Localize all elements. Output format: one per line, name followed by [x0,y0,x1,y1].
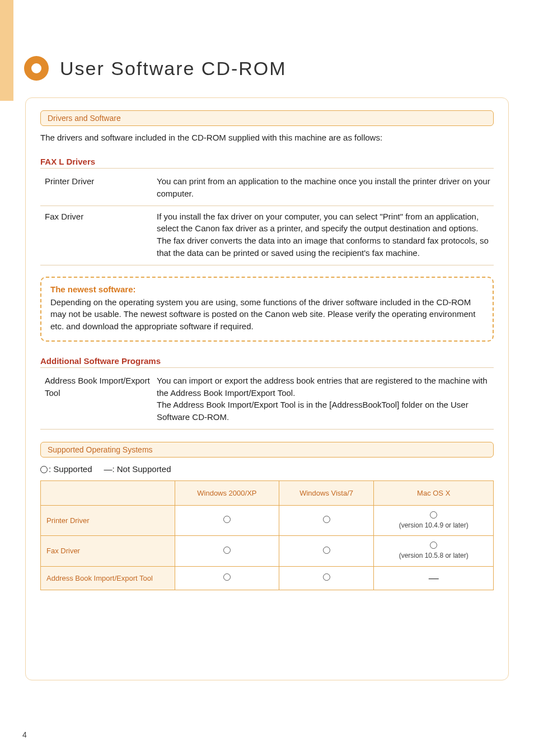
os-cell [279,536,374,566]
driver-row: Fax Driver If you install the fax driver… [40,206,494,265]
page-title-row: User Software CD-ROM [24,56,509,81]
driver-desc: You can print from an application to the… [157,175,494,200]
table-row: Fax Driver(version 10.5.8 or later) [41,536,494,566]
not-supported-dash: — [429,572,439,584]
os-section-label: Supported Operating Systems [40,442,494,458]
os-cell [175,566,279,590]
os-col-header: Windows 2000/XP [175,480,279,505]
support-legend: : Supported —: Not Supported [40,464,494,474]
additional-desc: You can import or export the address boo… [157,375,494,423]
side-accent-bar [0,0,13,101]
legend-supported: : Supported [49,464,92,474]
os-cell [279,505,374,535]
supported-with-note: (version 10.4.9 or later) [377,511,490,530]
notice-title: The newest software: [50,284,484,294]
page-number: 4 [22,730,27,739]
driver-name: Fax Driver [45,211,157,259]
driver-desc: If you install the fax driver on your co… [157,211,494,259]
drivers-section-label: Drivers and Software [40,110,494,126]
circle-icon [40,466,48,473]
os-cell [279,566,374,590]
os-col-blank [41,480,175,505]
os-col-header: Windows Vista/7 [279,480,374,505]
os-row-label: Fax Driver [41,536,175,566]
supported-circle-icon [223,573,231,581]
content-box: Drivers and Software The drivers and sof… [25,97,509,680]
driver-name: Printer Driver [45,175,157,200]
os-cell: (version 10.5.8 or later) [374,536,494,566]
additional-heading: Additional Software Programs [40,356,494,368]
supported-with-note: (version 10.5.8 or later) [377,542,490,560]
version-note: (version 10.5.8 or later) [377,552,490,561]
page-title: User Software CD-ROM [60,58,287,80]
bullet-icon [24,56,49,81]
version-note: (version 10.4.9 or later) [377,521,490,530]
table-row: Printer Driver(version 10.4.9 or later) [41,505,494,535]
supported-circle-icon [430,542,437,549]
driver-row: Printer Driver You can print from an app… [40,171,494,206]
additional-desc-line1: You can import or export the address boo… [157,375,494,399]
additional-desc-line2: The Address Book Import/Export Tool is i… [157,399,494,423]
intro-text: The drivers and software included in the… [40,133,494,142]
os-cell [175,505,279,535]
supported-circle-icon [430,511,437,519]
os-cell: (version 10.4.9 or later) [374,505,494,535]
supported-circle-icon [223,547,231,554]
newest-software-notice: The newest software: Depending on the op… [40,277,494,342]
page-content: User Software CD-ROM Drivers and Softwar… [0,0,534,680]
os-row-label: Printer Driver [41,505,175,535]
fax-l-heading: FAX L Drivers [40,157,494,169]
table-row: Address Book Import/Export Tool— [41,566,494,590]
supported-circle-icon [323,516,330,523]
os-row-label: Address Book Import/Export Tool [41,566,175,590]
supported-circle-icon [323,547,330,554]
os-col-header: Mac OS X [374,480,494,505]
os-support-table: Windows 2000/XP Windows Vista/7 Mac OS X… [40,480,494,590]
os-cell: — [374,566,494,590]
os-cell [175,536,279,566]
supported-circle-icon [223,516,231,523]
additional-row: Address Book Import/Export Tool You can … [40,370,494,430]
notice-body: Depending on the operating system you ar… [50,296,484,333]
additional-name: Address Book Import/Export Tool [45,375,157,423]
supported-circle-icon [323,573,330,581]
legend-not-supported: —: Not Supported [104,464,171,474]
